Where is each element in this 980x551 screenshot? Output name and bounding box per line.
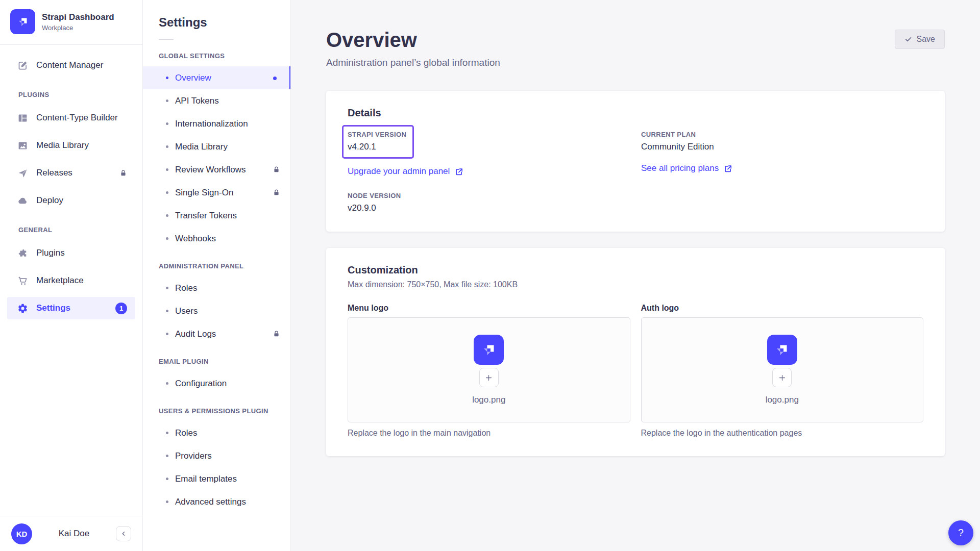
settings-nav-item-label: Media Library xyxy=(175,142,228,152)
subnav-section: EMAIL PLUGIN Configuration xyxy=(143,358,290,395)
sidebar-item-plugins[interactable]: Plugins xyxy=(7,242,135,264)
divider xyxy=(159,39,174,40)
pen-icon xyxy=(17,60,28,71)
bullet-icon xyxy=(166,99,168,102)
user-name: Kai Doe xyxy=(37,529,111,539)
settings-nav-item-label: Users xyxy=(175,306,198,316)
gear-icon xyxy=(17,303,28,314)
bullet-icon xyxy=(166,432,168,434)
annotation-highlight: STRAPI VERSION v4.20.1 xyxy=(342,125,414,159)
sidebar-item-deploy[interactable]: Deploy xyxy=(7,189,135,212)
bullet-icon xyxy=(166,500,168,503)
sidebar-item-settings[interactable]: Settings 1 xyxy=(7,297,135,319)
settings-nav-item-roles[interactable]: Roles xyxy=(143,277,290,299)
user-menu[interactable]: KD Kai Doe xyxy=(0,516,142,551)
settings-nav-item-overview[interactable]: Overview xyxy=(143,66,290,89)
add-logo-button[interactable] xyxy=(772,368,792,387)
main-sidebar: Strapi Dashboard Workplace Content Manag… xyxy=(0,0,143,551)
layout-icon xyxy=(17,113,28,123)
chevron-left-icon xyxy=(120,530,127,537)
customization-card-subtitle: Max dimension: 750×750, Max file size: 1… xyxy=(348,280,923,289)
settings-nav-item-label: Transfer Tokens xyxy=(175,211,237,221)
paper-plane-icon xyxy=(17,168,28,179)
sidebar-item-content-type-builder[interactable]: Content-Type Builder xyxy=(7,107,135,129)
strapi-logo-icon xyxy=(474,335,504,365)
bullet-icon xyxy=(166,145,168,148)
sidebar-item-label: Marketplace xyxy=(36,276,84,286)
customization-card-title: Customization xyxy=(348,264,923,276)
settings-nav-item-review-workflows[interactable]: Review Workflows xyxy=(143,158,290,181)
bullet-icon xyxy=(166,310,168,312)
logo-upload-column-menu-logo: Menu logo logo.png Replace the logo in t… xyxy=(348,304,630,438)
logo-upload-dropzone[interactable]: logo.png xyxy=(348,317,630,422)
sidebar-item-media-library[interactable]: Media Library xyxy=(7,134,135,157)
brand[interactable]: Strapi Dashboard Workplace xyxy=(0,0,142,44)
settings-nav-item-label: Overview xyxy=(175,73,211,83)
settings-nav-item-label: Audit Logs xyxy=(175,329,216,339)
bullet-icon xyxy=(166,478,168,480)
settings-nav-item-label: API Tokens xyxy=(175,96,219,106)
check-icon xyxy=(904,36,912,43)
node-version-value: v20.9.0 xyxy=(348,203,641,213)
settings-nav-item-roles[interactable]: Roles xyxy=(143,421,290,444)
logo-upload-label: Auth logo xyxy=(641,304,924,313)
details-card-title: Details xyxy=(348,107,923,119)
settings-nav-item-label: Email templates xyxy=(175,474,237,484)
bullet-icon xyxy=(166,191,168,194)
brand-subtitle: Workplace xyxy=(42,24,114,32)
settings-nav-item-email-templates[interactable]: Email templates xyxy=(143,467,290,490)
external-link-icon xyxy=(455,167,463,176)
cloud-icon xyxy=(17,195,28,206)
settings-nav-item-users[interactable]: Users xyxy=(143,299,290,322)
settings-nav-item-label: Advanced settings xyxy=(175,497,246,507)
sidebar-item-label: Content Manager xyxy=(36,60,103,70)
settings-nav-item-label: Single Sign-On xyxy=(175,188,233,198)
settings-nav-item-audit-logs[interactable]: Audit Logs xyxy=(143,322,290,345)
settings-nav-item-label: Webhooks xyxy=(175,234,216,244)
sidebar-item-content-manager[interactable]: Content Manager xyxy=(7,54,135,77)
external-link-icon xyxy=(724,164,732,173)
plus-icon xyxy=(778,373,787,382)
settings-nav-item-media-library[interactable]: Media Library xyxy=(143,135,290,158)
help-button[interactable]: ? xyxy=(948,520,973,545)
settings-nav-item-webhooks[interactable]: Webhooks xyxy=(143,227,290,250)
sidebar-item-marketplace[interactable]: Marketplace xyxy=(7,269,135,292)
settings-nav-item-label: Review Workflows xyxy=(175,165,246,175)
upgrade-admin-panel-link[interactable]: Upgrade your admin panel xyxy=(348,166,463,177)
puzzle-icon xyxy=(17,248,28,259)
settings-nav-item-internationalization[interactable]: Internationalization xyxy=(143,112,290,135)
pricing-link-label: See all pricing plans xyxy=(641,163,719,173)
notification-badge: 1 xyxy=(115,303,127,314)
sidebar-body: Content Manager PLUGINS Content-Type Bui… xyxy=(0,45,142,324)
subnav-title: Settings xyxy=(143,0,290,30)
sidebar-item-releases[interactable]: Releases xyxy=(7,162,135,184)
save-button[interactable]: Save xyxy=(895,30,945,49)
pricing-plans-link[interactable]: See all pricing plans xyxy=(641,163,732,173)
logo-upload-dropzone[interactable]: logo.png xyxy=(641,317,924,422)
subnav-section: USERS & PERMISSIONS PLUGIN Roles Provide… xyxy=(143,407,290,513)
details-card: Details STRAPI VERSION v4.20.1 Upgrade y… xyxy=(326,91,945,232)
settings-nav-item-providers[interactable]: Providers xyxy=(143,444,290,467)
strapi-version-label: STRAPI VERSION xyxy=(348,131,406,138)
sidebar-item-label: Media Library xyxy=(36,140,89,151)
subnav-section: GLOBAL SETTINGS Overview API Tokens Inte… xyxy=(143,52,290,250)
plus-icon xyxy=(484,373,493,382)
current-plan-value: Community Edition xyxy=(641,142,923,152)
page-header: Overview Administration panel’s global i… xyxy=(326,29,945,68)
add-logo-button[interactable] xyxy=(479,368,499,387)
settings-nav-item-transfer-tokens[interactable]: Transfer Tokens xyxy=(143,204,290,227)
settings-nav-item-configuration[interactable]: Configuration xyxy=(143,372,290,395)
collapse-sidebar-button[interactable] xyxy=(116,526,131,541)
settings-nav-item-advanced-settings[interactable]: Advanced settings xyxy=(143,490,290,513)
bullet-icon xyxy=(166,455,168,457)
bullet-icon xyxy=(166,287,168,289)
strapi-version-value: v4.20.1 xyxy=(348,142,406,152)
settings-nav-item-single-sign-on[interactable]: Single Sign-On xyxy=(143,181,290,204)
settings-nav-item-api-tokens[interactable]: API Tokens xyxy=(143,89,290,112)
bullet-icon xyxy=(166,382,168,385)
logo-filename: logo.png xyxy=(472,395,505,405)
logo-upload-hint: Replace the logo in the main navigation xyxy=(348,429,630,438)
sidebar-item-label: Releases xyxy=(36,168,72,178)
page-title: Overview xyxy=(326,29,500,51)
subnav-section-label: ADMINISTRATION PANEL xyxy=(143,262,290,270)
